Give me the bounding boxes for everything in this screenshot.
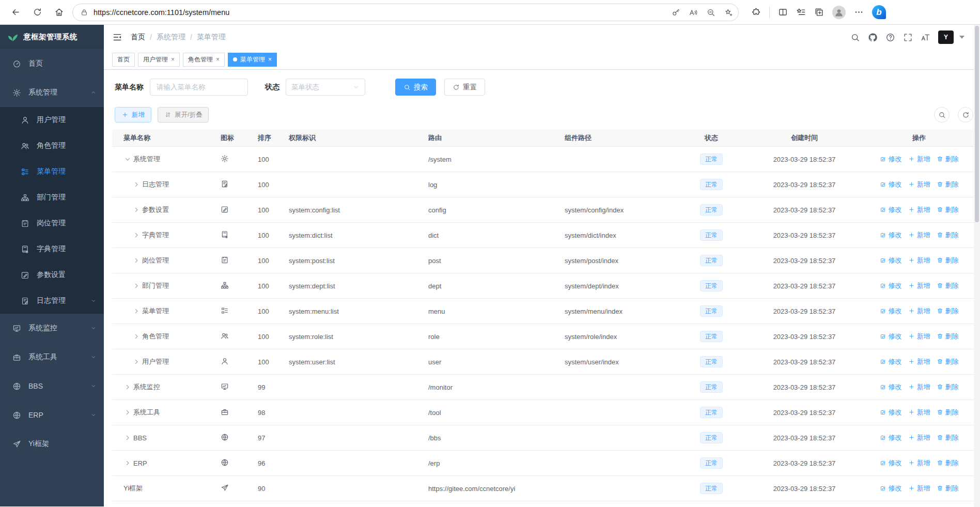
row-expand-icon[interactable] <box>123 155 132 163</box>
sidebar-item-Yi框架[interactable]: Yi框架 <box>0 429 104 458</box>
fullscreen-icon[interactable] <box>903 33 913 42</box>
delete-link[interactable]: 删除 <box>937 433 959 442</box>
add-link[interactable]: 新增 <box>908 382 930 392</box>
help-icon[interactable] <box>885 33 895 42</box>
add-button[interactable]: 新增 <box>115 107 151 122</box>
browser-refresh-button[interactable] <box>29 4 45 21</box>
search-icon[interactable] <box>850 33 860 42</box>
sidebar-item-首页[interactable]: 首页 <box>0 49 104 78</box>
add-favorite-icon[interactable] <box>724 8 733 17</box>
add-link[interactable]: 新增 <box>908 408 930 417</box>
edit-link[interactable]: 修改 <box>880 332 902 341</box>
add-link[interactable]: 新增 <box>908 458 930 468</box>
delete-link[interactable]: 删除 <box>937 155 959 164</box>
github-icon[interactable] <box>868 33 878 42</box>
menu-name-input[interactable] <box>150 79 248 96</box>
row-expand-icon[interactable] <box>132 180 141 189</box>
row-expand-icon[interactable] <box>123 408 132 417</box>
breadcrumb-menu[interactable]: 菜单管理 <box>197 33 226 42</box>
delete-link[interactable]: 删除 <box>937 281 959 290</box>
delete-link[interactable]: 删除 <box>937 357 959 366</box>
toggle-search-button[interactable] <box>934 107 950 122</box>
edit-link[interactable]: 修改 <box>880 231 902 240</box>
reset-button[interactable]: 重置 <box>444 79 485 96</box>
breadcrumb-home[interactable]: 首页 <box>131 33 145 42</box>
edit-link[interactable]: 修改 <box>880 357 902 366</box>
sidebar-item-参数设置[interactable]: 参数设置 <box>0 262 104 288</box>
sidebar-item-岗位管理[interactable]: 岗位管理 <box>0 210 104 236</box>
sidebar-item-日志管理[interactable]: 日志管理 <box>0 288 104 314</box>
tab-close-icon[interactable]: × <box>216 56 220 63</box>
tab-首页[interactable]: 首页 <box>112 53 135 67</box>
edit-link[interactable]: 修改 <box>880 205 902 214</box>
address-bar[interactable]: https://ccnetcore.com:1101/system/menu <box>72 4 739 21</box>
sidebar-item-ERP[interactable]: ERP <box>0 401 104 429</box>
add-link[interactable]: 新增 <box>908 155 930 164</box>
sidebar-item-角色管理[interactable]: 角色管理 <box>0 133 104 159</box>
add-link[interactable]: 新增 <box>908 180 930 189</box>
delete-link[interactable]: 删除 <box>937 458 959 468</box>
user-avatar[interactable]: Y <box>938 30 954 44</box>
delete-link[interactable]: 删除 <box>937 205 959 214</box>
zoom-out-icon[interactable] <box>706 8 715 17</box>
sidebar-item-系统监控[interactable]: 系统监控 <box>0 314 104 343</box>
edit-link[interactable]: 修改 <box>880 281 902 290</box>
sidebar-collapse-icon[interactable] <box>112 32 122 42</box>
avatar-dropdown-icon[interactable] <box>959 36 965 39</box>
add-link[interactable]: 新增 <box>908 281 930 290</box>
row-expand-icon[interactable] <box>132 332 141 341</box>
delete-link[interactable]: 删除 <box>937 180 959 189</box>
edit-link[interactable]: 修改 <box>880 155 902 164</box>
delete-link[interactable]: 删除 <box>937 408 959 417</box>
sidebar-item-系统工具[interactable]: 系统工具 <box>0 343 104 372</box>
add-link[interactable]: 新增 <box>908 306 930 316</box>
add-link[interactable]: 新增 <box>908 484 930 493</box>
add-link[interactable]: 新增 <box>908 357 930 366</box>
row-expand-icon[interactable] <box>123 434 132 442</box>
tab-菜单管理[interactable]: 菜单管理× <box>228 53 277 67</box>
delete-link[interactable]: 删除 <box>937 256 959 265</box>
add-link[interactable]: 新增 <box>908 256 930 265</box>
edit-link[interactable]: 修改 <box>880 306 902 316</box>
tab-close-icon[interactable]: × <box>268 56 272 63</box>
add-link[interactable]: 新增 <box>908 205 930 214</box>
sidebar-item-用户管理[interactable]: 用户管理 <box>0 107 104 133</box>
delete-link[interactable]: 删除 <box>937 382 959 392</box>
password-icon[interactable] <box>671 8 680 17</box>
page-scrollbar[interactable] <box>974 25 980 507</box>
font-size-icon[interactable] <box>921 33 930 42</box>
breadcrumb-system[interactable]: 系统管理 <box>157 33 185 42</box>
refresh-table-button[interactable] <box>958 107 973 122</box>
sidebar-item-字典管理[interactable]: 字典管理 <box>0 236 104 262</box>
scrollbar-thumb[interactable] <box>975 26 979 222</box>
sidebar-item-BBS[interactable]: BBS <box>0 372 104 401</box>
browser-menu-icon[interactable] <box>854 7 864 17</box>
tab-close-icon[interactable]: × <box>171 56 175 63</box>
collections-icon[interactable] <box>814 7 824 17</box>
edit-link[interactable]: 修改 <box>880 256 902 265</box>
split-screen-icon[interactable] <box>778 7 788 17</box>
browser-back-button[interactable] <box>7 4 24 21</box>
add-link[interactable]: 新增 <box>908 231 930 240</box>
row-expand-icon[interactable] <box>132 307 141 315</box>
read-aloud-icon[interactable] <box>689 8 698 17</box>
edit-link[interactable]: 修改 <box>880 433 902 442</box>
edit-link[interactable]: 修改 <box>880 382 902 392</box>
browser-home-button[interactable] <box>51 4 67 21</box>
tab-用户管理[interactable]: 用户管理× <box>138 53 180 67</box>
search-button[interactable]: 搜索 <box>395 79 436 96</box>
tab-角色管理[interactable]: 角色管理× <box>183 53 225 67</box>
delete-link[interactable]: 删除 <box>937 231 959 240</box>
status-select[interactable]: 菜单状态 <box>286 79 365 96</box>
row-expand-icon[interactable] <box>132 358 141 366</box>
sidebar-item-菜单管理[interactable]: 菜单管理 <box>0 159 104 185</box>
sidebar-item-系统管理[interactable]: 系统管理 <box>0 78 104 107</box>
extensions-icon[interactable] <box>751 7 761 17</box>
row-expand-icon[interactable] <box>123 459 132 467</box>
row-expand-icon[interactable] <box>132 206 141 214</box>
row-expand-icon[interactable] <box>132 231 141 239</box>
edit-link[interactable]: 修改 <box>880 180 902 189</box>
add-link[interactable]: 新增 <box>908 332 930 341</box>
edit-link[interactable]: 修改 <box>880 484 902 493</box>
edit-link[interactable]: 修改 <box>880 458 902 468</box>
